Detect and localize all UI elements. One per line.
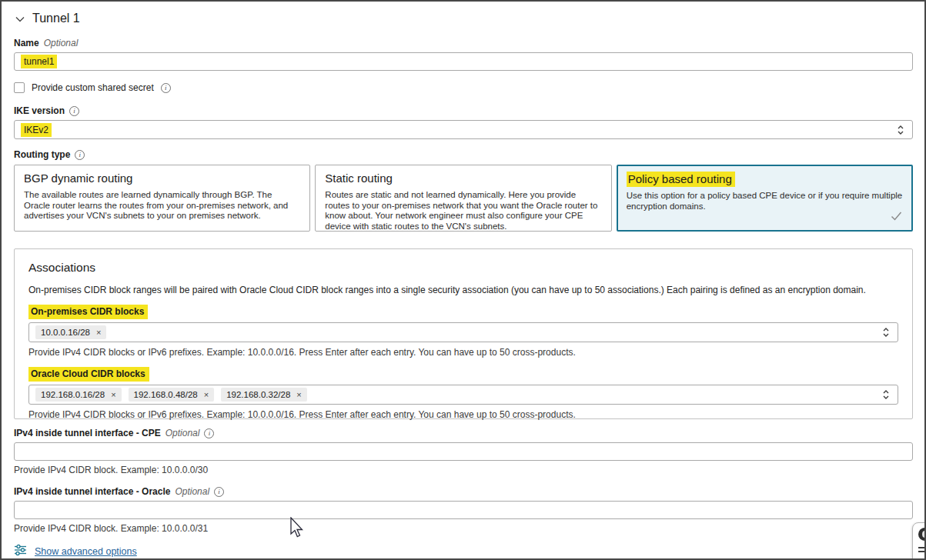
name-label: Name	[14, 38, 39, 48]
selected-check-icon	[891, 210, 902, 224]
cidr-chip: 192.168.0.32/28 ×	[221, 388, 307, 402]
cpe-interface-input[interactable]	[14, 442, 913, 461]
chip-remove-icon[interactable]: ×	[111, 391, 115, 399]
feedback-widget-icon	[918, 528, 926, 541]
associations-description: On-premises CIDR block ranges will be pa…	[28, 285, 898, 295]
oracle-cloud-cidr-helper: Provide IPv4 CIDR blocks or IPv6 prefixe…	[28, 409, 898, 420]
name-optional-label: Optional	[44, 38, 79, 48]
cidr-chip: 10.0.0.16/28 ×	[35, 325, 106, 339]
routing-card-title: BGP dynamic routing	[24, 172, 132, 185]
feedback-widget-dots	[918, 547, 926, 552]
routing-card-title: Policy based routing	[627, 172, 735, 187]
oracle-interface-helper: Provide IPv4 CIDR block. Example: 10.0.0…	[14, 523, 913, 534]
on-premises-cidr-label: On-premises CIDR blocks	[28, 305, 148, 319]
routing-card-policy-selected[interactable]: Policy based routing Use this option for…	[617, 165, 913, 232]
show-advanced-options-link[interactable]: Show advanced options	[35, 546, 137, 557]
associations-title: Associations	[28, 261, 898, 275]
feedback-widget[interactable]	[912, 522, 926, 560]
chip-remove-icon[interactable]: ×	[96, 328, 101, 337]
oracle-interface-optional-label: Optional	[175, 486, 209, 497]
cidr-chip-value: 192.168.0.16/28	[41, 390, 105, 399]
tunnel-section-title: Tunnel 1	[32, 12, 80, 25]
shared-secret-checkbox[interactable]	[14, 82, 25, 93]
on-premises-cidr-input[interactable]: 10.0.0.16/28 ×	[28, 322, 898, 342]
routing-card-bgp[interactable]: BGP dynamic routing The available routes…	[14, 165, 310, 232]
oracle-cloud-cidr-input[interactable]: 192.168.0.16/28 × 192.168.0.48/28 × 192.…	[28, 385, 898, 405]
cpe-interface-info-icon[interactable]: i	[204, 428, 214, 438]
routing-card-description: The available routes are learned dynamic…	[24, 190, 300, 222]
select-updown-icon	[897, 125, 904, 135]
ike-version-info-icon[interactable]: i	[69, 106, 79, 116]
chip-remove-icon[interactable]: ×	[204, 391, 209, 399]
tunnel-name-input[interactable]: tunnel1	[14, 52, 913, 71]
select-updown-icon	[882, 389, 890, 400]
routing-card-title: Static routing	[325, 172, 393, 185]
cidr-chip-value: 10.0.0.16/28	[41, 328, 90, 337]
routing-type-info-icon[interactable]: i	[75, 150, 85, 160]
tunnel-configuration-panel: Tunnel 1 Name Optional tunnel1 Provide c…	[0, 0, 926, 560]
cidr-chip: 192.168.0.16/28 ×	[35, 388, 122, 402]
oracle-interface-input[interactable]	[14, 501, 913, 519]
chip-remove-icon[interactable]: ×	[296, 391, 301, 399]
tunnel-name-value: tunnel1	[21, 55, 57, 68]
oracle-interface-label: IPv4 inside tunnel interface - Oracle	[14, 486, 170, 497]
cpe-interface-label: IPv4 inside tunnel interface - CPE	[14, 428, 161, 438]
cidr-chip-value: 192.168.0.32/28	[226, 390, 290, 399]
on-premises-cidr-helper: Provide IPv4 CIDR blocks or IPv6 prefixe…	[28, 347, 898, 358]
cidr-chip: 192.168.0.48/28 ×	[129, 388, 215, 402]
cpe-interface-helper: Provide IPv4 CIDR block. Example: 10.0.0…	[14, 465, 913, 475]
cpe-interface-optional-label: Optional	[165, 428, 200, 438]
shared-secret-info-icon[interactable]: i	[161, 83, 171, 93]
chevron-down-icon[interactable]	[15, 16, 25, 22]
advanced-options-sliders-icon	[14, 544, 27, 559]
ike-version-label: IKE version	[14, 105, 65, 116]
select-updown-icon	[882, 327, 890, 338]
oracle-interface-info-icon[interactable]: i	[214, 487, 224, 497]
routing-card-description: Use this option for a policy based CPE d…	[627, 191, 903, 212]
ike-version-select[interactable]: IKEv2	[14, 120, 913, 139]
tunnel-section-header[interactable]: Tunnel 1	[15, 12, 924, 25]
oracle-cloud-cidr-label: Oracle Cloud CIDR blocks	[28, 367, 149, 382]
routing-type-label: Routing type	[14, 149, 70, 160]
associations-section: Associations On-premises CIDR block rang…	[14, 248, 913, 419]
ike-version-value: IKEv2	[21, 123, 52, 137]
routing-card-static[interactable]: Static routing Routes are static and not…	[315, 165, 611, 232]
shared-secret-label: Provide custom shared secret	[32, 82, 154, 93]
routing-card-description: Routes are static and not learned dynami…	[325, 190, 601, 232]
cidr-chip-value: 192.168.0.48/28	[134, 390, 198, 399]
